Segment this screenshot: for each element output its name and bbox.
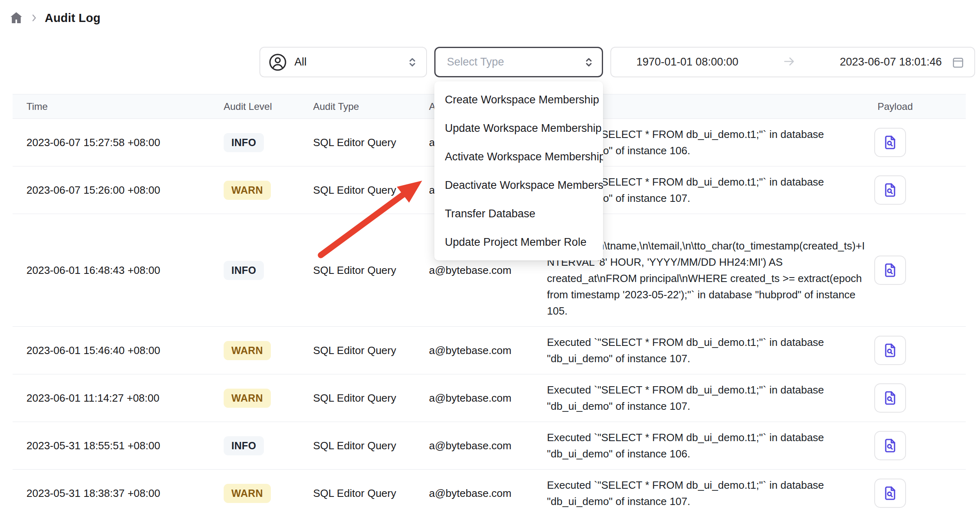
date-range-picker[interactable]: 1970-01-01 08:00:00 2023-06-07 18:01:46	[610, 47, 975, 77]
type-dropdown-item[interactable]: Transfer Database	[434, 199, 603, 228]
filter-bar: All Select Type 1970-01-01 08:00:00 2023…	[259, 47, 975, 77]
breadcrumb: Audit Log	[9, 11, 100, 25]
document-search-icon	[882, 485, 898, 501]
date-range-start[interactable]: 1970-01-01 08:00:00	[636, 56, 738, 68]
actor-filter-value: All	[294, 56, 307, 68]
row-time: 2023-06-01 11:14:27 +08:00	[26, 392, 224, 404]
type-dropdown-menu: Create Workspace Membership Update Works…	[434, 81, 603, 260]
document-search-icon	[882, 182, 898, 198]
view-payload-button[interactable]	[874, 383, 906, 413]
person-circle-icon	[268, 53, 287, 72]
audit-level-badge: INFO	[224, 261, 264, 280]
type-dropdown-item[interactable]: Deactivate Workspace Membership	[434, 171, 603, 199]
row-audit-type: SQL Editor Query	[313, 344, 429, 357]
audit-level-badge: WARN	[224, 341, 271, 360]
view-payload-button[interactable]	[874, 336, 906, 365]
table-row: 2023-05-31 18:55:51 +08:00 INFO SQL Edit…	[13, 422, 966, 470]
row-audit-type: SQL Editor Query	[313, 184, 429, 197]
column-header-audit-type: Audit Type	[313, 101, 429, 112]
row-comment: Executed `"SELECT * FROM db_ui_demo.t1;"…	[547, 334, 874, 367]
document-search-icon	[882, 262, 898, 278]
row-comment: Executed `"SELECT * FROM db_ui_demo.t1;"…	[547, 429, 874, 462]
row-actor: a@bytebase.com	[429, 392, 547, 404]
audit-level-badge: WARN	[224, 181, 271, 200]
row-time: 2023-06-01 16:48:43 +08:00	[26, 264, 224, 277]
view-payload-button[interactable]	[874, 128, 906, 157]
row-audit-type: SQL Editor Query	[313, 392, 429, 404]
type-dropdown-item[interactable]: Update Workspace Membership	[434, 114, 603, 142]
audit-level-badge: INFO	[224, 133, 264, 152]
table-row: 2023-06-01 15:46:40 +08:00 WARN SQL Edit…	[13, 327, 966, 374]
type-dropdown-item[interactable]: Activate Workspace Membership	[434, 142, 603, 171]
row-comment: Executed `"SELECT * FROM db_ui_demo.t1;"…	[547, 477, 874, 509]
chevron-updown-icon	[406, 56, 419, 69]
document-search-icon	[882, 390, 898, 406]
row-actor: a@bytebase.com	[429, 439, 547, 452]
row-audit-type: SQL Editor Query	[313, 264, 429, 277]
document-search-icon	[882, 342, 898, 359]
type-dropdown-item[interactable]: Create Workspace Membership	[434, 85, 603, 114]
row-time: 2023-06-07 15:27:58 +08:00	[26, 136, 224, 149]
document-search-icon	[882, 437, 898, 454]
chevron-right-icon	[29, 13, 39, 23]
audit-level-badge: WARN	[224, 484, 271, 503]
audit-level-badge: INFO	[224, 436, 264, 455]
date-range-end[interactable]: 2023-06-07 18:01:46	[840, 56, 942, 68]
table-row: 2023-05-31 18:38:37 +08:00 WARN SQL Edit…	[13, 470, 966, 516]
row-audit-type: SQL Editor Query	[313, 487, 429, 500]
view-payload-button[interactable]	[874, 431, 906, 460]
type-filter-placeholder: Select Type	[447, 56, 504, 68]
document-search-icon	[882, 134, 898, 151]
view-payload-button[interactable]	[874, 479, 906, 508]
actor-filter-select[interactable]: All	[259, 47, 427, 77]
column-header-time: Time	[26, 101, 224, 112]
column-header-audit-level: Audit Level	[224, 101, 313, 112]
view-payload-button[interactable]	[874, 175, 906, 205]
arrow-right-icon	[738, 55, 840, 70]
column-header-payload: Payload	[874, 101, 966, 112]
row-time: 2023-05-31 18:55:51 +08:00	[26, 439, 224, 452]
view-payload-button[interactable]	[874, 256, 906, 285]
row-audit-type: SQL Editor Query	[313, 136, 429, 149]
row-time: 2023-06-07 15:26:00 +08:00	[26, 184, 224, 197]
type-dropdown-item[interactable]: Update Project Member Role	[434, 228, 603, 256]
row-actor: a@bytebase.com	[429, 487, 547, 500]
row-actor: a@bytebase.com	[429, 264, 547, 277]
table-row: 2023-06-01 11:14:27 +08:00 WARN SQL Edit…	[13, 374, 966, 422]
chevron-updown-icon	[582, 56, 595, 69]
audit-log-page: Audit Log All Select Type 1970-01-01 08:…	[0, 0, 980, 516]
row-audit-type: SQL Editor Query	[313, 439, 429, 452]
audit-level-badge: WARN	[224, 389, 271, 408]
home-icon[interactable]	[9, 11, 24, 25]
row-time: 2023-06-01 15:46:40 +08:00	[26, 344, 224, 357]
type-filter-select[interactable]: Select Type	[434, 47, 603, 77]
page-title: Audit Log	[45, 11, 100, 25]
row-comment: Executed `"SELECT * FROM db_ui_demo.t1;"…	[547, 382, 874, 414]
row-actor: a@bytebase.com	[429, 344, 547, 357]
row-time: 2023-05-31 18:38:37 +08:00	[26, 487, 224, 500]
calendar-icon	[951, 55, 965, 70]
